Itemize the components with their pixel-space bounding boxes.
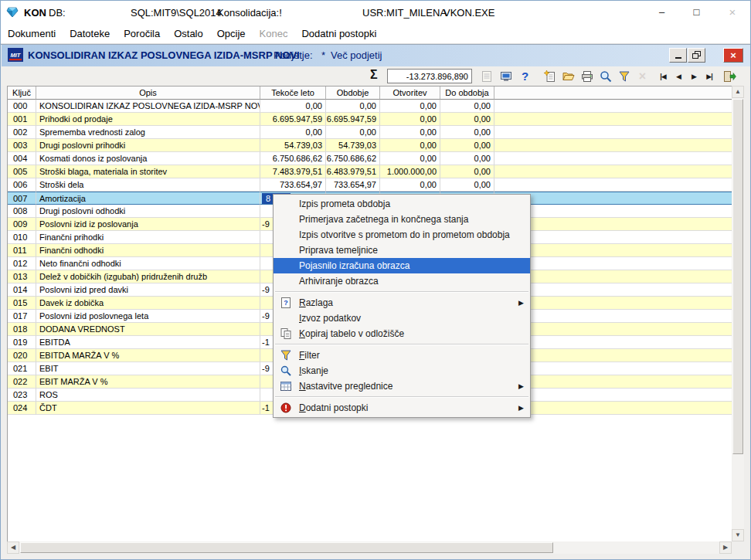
context-menu-item-iskanje[interactable]: Iskanje [274,363,530,378]
column-header-do-obdobja[interactable]: Do obdobja [440,87,494,100]
search-icon [280,365,292,377]
screen-icon [499,70,513,83]
mdi-minimize-icon [674,52,683,59]
context-menu-item-kopiraj-tabelo-v-odlo-i-e[interactable]: Kopiraj tabelo v odložišče [274,326,530,341]
scroll-down-icon[interactable]: ▼ [732,529,744,541]
context-menu-item-arhiviranje-obrazca[interactable]: Arhiviranje obrazca [274,273,530,289]
menu-item-dodatni-postopki[interactable]: Dodatni postopki [294,24,383,44]
table-row-006[interactable]: 006Stroški dela733.654,97733.654,970,000… [8,178,732,192]
nav-prev-icon: ◀ [676,73,681,80]
menu-item-poro-ila[interactable]: Poročila [117,24,167,44]
table-row-002[interactable]: 002Sprememba vrednosti zalog0,000,000,00… [8,126,732,139]
exit-button[interactable] [720,67,739,85]
cell-tekoce: 54.739,03 [260,139,326,152]
exe-label: VKON.EXE [443,7,494,19]
nav-next-button[interactable]: ▶ [686,67,702,85]
cell-opis: DODANA VREDNOST [36,323,260,336]
column-header-teko-e-leto[interactable]: Tekoče leto [260,87,326,100]
context-menu-item-label: Primerjava začetnega in končnega stanja [299,214,468,225]
scroll-up-icon[interactable]: ▲ [732,86,744,98]
nav-prev-button[interactable]: ◀ [671,67,686,85]
context-menu-item-izpis-prometa-obdobja[interactable]: Izpis prometa obdobja [274,196,530,212]
column-header-otvoritev[interactable]: Otvoritev [380,87,440,100]
cell-otvoritev: 0,00 [380,113,440,126]
context-menu-item-izpis-otvoritve-s-prometom-do-in-prometom-obdobja[interactable]: Izpis otvoritve s prometom do in prometo… [274,227,530,243]
column-header-klju[interactable]: Ključ [8,87,36,100]
table-row-005[interactable]: 005Stroški blaga, materiala in storitev7… [8,165,732,178]
cell-key: 008 [8,205,36,218]
vertical-scrollbar[interactable]: ▲ ▼ [732,86,744,541]
column-header-obdobje[interactable]: Obdobje [326,87,380,100]
mdi-close-button[interactable]: × [723,48,743,63]
table-row-004[interactable]: 004Kosmati donos iz poslovanja6.750.686,… [8,152,732,165]
context-menu-item-filter[interactable]: Filter [274,348,530,363]
horizontal-scrollbar-thumb[interactable] [20,542,553,553]
cell-opis: Finančni odhodki [36,244,260,257]
cell-key: 018 [8,323,36,336]
minimize-button[interactable]: – [644,1,679,24]
cell-tekoce: 0,00 [260,126,326,139]
menu-item-ostalo[interactable]: Ostalo [167,24,210,44]
context-menu-item-razlaga[interactable]: ?Razlaga▶ [274,295,530,311]
scroll-right-icon[interactable]: ▶ [719,541,732,554]
screen-button[interactable] [497,67,515,85]
horizontal-scrollbar[interactable]: ◀ ▶ [7,541,732,554]
table-row-000[interactable]: 000KONSOLIDIRAN IZKAZ POSLOVNEGA IZIDA-M… [8,100,732,113]
cell-key: 013 [8,270,36,283]
context-menu-item-pojasnilo-izra-una-obrazca[interactable]: Pojasnilo izračuna obrazca [274,258,530,273]
context-menu-item-primerjava-za-etnega-in-kon-nega-stanja[interactable]: Primerjava začetnega in končnega stanja [274,212,530,227]
context-menu-item-label: Iskanje [299,365,328,376]
menu-item-datoteke[interactable]: Datoteke [63,24,117,44]
total-field[interactable] [387,69,472,83]
menu-item-konec[interactable]: Konec [253,24,295,44]
search-button[interactable] [596,67,614,85]
open-button[interactable] [559,67,577,85]
maximize-button[interactable]: □ [679,1,714,24]
nav-first-button[interactable]: |◀ [655,67,671,85]
menu-item-dokumenti[interactable]: Dokumenti [1,24,63,44]
cell-opis: Neto finančni odhodki [36,257,260,270]
cell-obdobje: 733.654,97 [326,178,380,192]
notes-button[interactable] [477,67,495,85]
context-menu-item-label: Dodatni postopki [299,402,368,413]
cell-obdobje: 6.695.947,59 [326,113,380,126]
cell-key: 004 [8,152,36,165]
cell-opis: EBIT [36,362,260,375]
context-menu-item-izvoz-podatkov[interactable]: Izvoz podatkov [274,311,530,326]
menu-bar: DokumentiDatotekePoročilaOstaloOpcijeKon… [1,24,750,44]
filter-button[interactable] [615,67,633,85]
vertical-scrollbar-thumb[interactable] [732,99,743,454]
cell-key: 021 [8,362,36,375]
context-menu-item-dodatni-postopki[interactable]: Dodatni postopki▶ [274,400,530,416]
mdi-minimize-button[interactable] [669,48,687,63]
context-menu-item-label: Nastavitve preglednice [299,381,392,392]
context-menu-item-priprava-temeljnice[interactable]: Priprava temeljnice [274,243,530,258]
filter-icon [280,349,292,361]
new-button[interactable] [541,67,559,85]
exit-door-icon [722,70,736,83]
company-value: Več podjetij [331,49,382,61]
delete-button[interactable]: × [634,67,651,85]
scroll-left-icon[interactable]: ◀ [7,541,19,554]
context-menu-item-nastavitve-preglednice[interactable]: Nastavitve preglednice▶ [274,378,530,394]
close-button[interactable]: × [714,1,751,24]
mdi-restore-button[interactable] [688,48,705,63]
cell-filler [494,100,732,113]
cell-opis: Drugi poslovni prihodki [36,139,260,152]
help-icon: ? [522,70,528,83]
table-row-001[interactable]: 001Prihodki od prodaje6.695.947,596.695.… [8,113,732,126]
cell-filler [494,126,732,139]
print-button[interactable] [578,67,596,85]
table-row-003[interactable]: 003Drugi poslovni prihodki54.739,0354.73… [8,139,732,152]
nav-last-button[interactable]: ▶| [702,67,717,85]
context-menu-item-label: Razlaga [299,297,333,308]
app-logo-icon [6,6,19,19]
cell-key: 022 [8,375,36,389]
cell-do-obdobja: 0,00 [440,152,494,165]
menu-item-opcije[interactable]: Opcije [210,24,253,44]
column-header-opis[interactable]: Opis [36,87,260,100]
help-button[interactable]: ? [516,67,534,85]
cell-tekoce: 7.483.979,51 [260,165,326,178]
nav-next-icon: ▶ [692,73,696,80]
cell-key: 015 [8,297,36,310]
